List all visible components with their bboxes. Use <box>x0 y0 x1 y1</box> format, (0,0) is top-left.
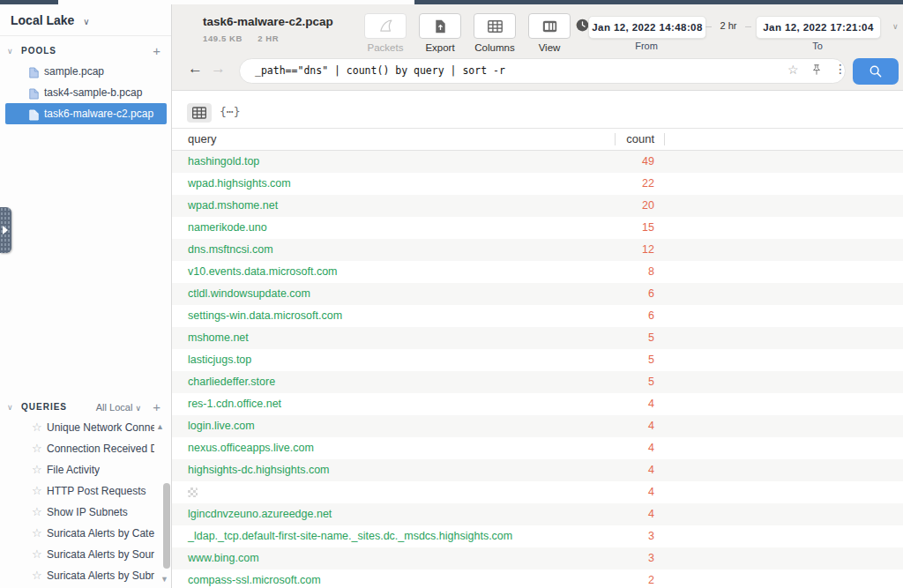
table-row[interactable]: namerikode.uno15 <box>172 217 903 239</box>
packets-button[interactable]: Packets <box>364 13 407 53</box>
star-icon[interactable]: ☆ <box>32 459 42 480</box>
count-cell[interactable]: 2 <box>648 569 654 588</box>
star-icon[interactable]: ☆ <box>32 502 42 523</box>
view-button[interactable]: ∨View <box>528 13 571 53</box>
count-cell[interactable]: 22 <box>642 173 654 195</box>
query-cell[interactable]: nexus.officeapps.live.com <box>188 437 314 459</box>
query-list-item[interactable]: ☆Show IP Subnets <box>0 502 171 523</box>
export-button[interactable]: Export <box>419 13 461 53</box>
query-input[interactable]: _path=="dns" | count() by query | sort -… <box>239 58 846 84</box>
count-cell[interactable]: 5 <box>648 349 654 371</box>
pool-item[interactable]: task4-sample-b.pcap <box>5 82 167 103</box>
star-icon[interactable]: ☆ <box>32 544 42 565</box>
scroll-up-icon[interactable]: ▲ <box>156 422 164 431</box>
table-row[interactable]: dns.msftncsi.com12 <box>172 239 903 261</box>
query-cell[interactable]: ctldl.windowsupdate.com <box>188 283 310 305</box>
count-cell[interactable]: 4 <box>648 393 654 415</box>
table-row[interactable]: hashingold.top49 <box>172 151 903 173</box>
chevron-down-icon[interactable]: ∨ <box>7 398 13 417</box>
forward-button[interactable]: → <box>211 60 226 78</box>
panel-drag-handle[interactable] <box>0 207 11 253</box>
query-list-item[interactable]: ☆HTTP Post Requests <box>0 480 171 502</box>
query-cell[interactable]: hashingold.top <box>188 151 259 173</box>
query-cell[interactable]: v10.events.data.microsoft.com <box>188 261 338 283</box>
lake-selector[interactable]: Local Lake ∨ <box>0 4 171 36</box>
star-icon[interactable]: ☆ <box>787 63 799 77</box>
count-cell[interactable]: 6 <box>648 283 654 305</box>
table-row[interactable]: settings-win.data.microsoft.com6 <box>172 305 903 327</box>
query-list-item[interactable]: ☆Connection Received D... <box>0 438 171 459</box>
query-cell[interactable]: login.live.com <box>188 415 255 437</box>
query-cell[interactable]: mshome.net <box>188 327 249 349</box>
query-cell[interactable]: charliedeffer.store <box>188 371 275 393</box>
chevron-down-icon[interactable]: ∨ <box>7 41 13 61</box>
json-view-tab[interactable]: {⋯} <box>220 105 240 118</box>
scroll-down-icon[interactable]: ▼ <box>160 575 168 584</box>
count-cell[interactable]: 5 <box>648 327 654 349</box>
star-icon[interactable]: ☆ <box>32 417 42 438</box>
count-cell[interactable]: 4 <box>648 481 654 503</box>
table-row[interactable]: mshome.net5 <box>172 327 903 349</box>
query-cell[interactable]: dns.msftncsi.com <box>188 239 273 261</box>
table-row[interactable]: www.bing.com3 <box>172 547 903 569</box>
query-list-item[interactable]: ☆Suricata Alerts by Cate... <box>0 523 171 544</box>
star-icon[interactable]: ☆ <box>32 438 42 459</box>
count-cell[interactable]: 4 <box>648 459 654 481</box>
count-cell[interactable]: 4 <box>648 415 654 437</box>
count-cell[interactable]: 4 <box>648 503 654 525</box>
query-list-item[interactable]: ☆Suricata Alerts by Sour... <box>0 544 171 565</box>
query-cell[interactable]: lgincdnvzeuno.azureedge.net <box>188 503 332 525</box>
add-pool-button[interactable]: + <box>153 41 160 61</box>
from-datetime-input[interactable]: Jan 12, 2022 14:48:08 <box>588 16 706 39</box>
table-row[interactable]: nexus.officeapps.live.com4 <box>172 437 903 459</box>
column-divider[interactable] <box>664 133 665 145</box>
query-cell[interactable]: www.bing.com <box>188 547 259 569</box>
count-cell[interactable]: 4 <box>648 437 654 459</box>
chevron-down-icon[interactable]: ∨ <box>892 22 899 31</box>
count-cell[interactable]: 20 <box>642 195 654 217</box>
query-cell[interactable]: compass-ssl.microsoft.com <box>188 569 321 588</box>
table-row[interactable]: compass-ssl.microsoft.com2 <box>172 569 903 588</box>
count-cell[interactable]: 3 <box>648 547 654 569</box>
table-view-tab[interactable] <box>187 103 212 123</box>
star-icon[interactable]: ☆ <box>32 480 42 502</box>
table-row[interactable]: charliedeffer.store5 <box>172 371 903 393</box>
table-row[interactable]: 4 <box>172 481 903 503</box>
back-button[interactable]: ← <box>188 60 203 78</box>
pin-icon[interactable] <box>810 63 823 76</box>
query-cell[interactable]: wpad.mshome.net <box>188 195 278 217</box>
table-row[interactable]: highsights-dc.highsights.com4 <box>172 459 903 481</box>
table-row[interactable]: res-1.cdn.office.net4 <box>172 393 903 415</box>
table-row[interactable]: lgincdnvzeuno.azureedge.net4 <box>172 503 903 525</box>
table-row[interactable]: login.live.com4 <box>172 415 903 437</box>
queries-scrollbar[interactable] <box>163 483 170 569</box>
star-icon[interactable]: ☆ <box>32 523 42 544</box>
search-button[interactable] <box>853 58 899 85</box>
star-icon[interactable]: ☆ <box>32 565 42 586</box>
count-cell[interactable]: 49 <box>642 151 654 173</box>
count-cell[interactable]: 5 <box>648 371 654 393</box>
count-cell[interactable]: 3 <box>648 525 654 547</box>
query-list-item[interactable]: ☆Unique Network Conne... <box>0 417 171 438</box>
table-row[interactable]: v10.events.data.microsoft.com8 <box>172 261 903 283</box>
query-list-item[interactable]: ☆File Activity <box>0 459 171 480</box>
query-cell[interactable]: highsights-dc.highsights.com <box>188 459 330 481</box>
query-cell[interactable]: lasticjugs.top <box>188 349 251 371</box>
query-cell[interactable]: res-1.cdn.office.net <box>188 393 281 415</box>
count-cell[interactable]: 6 <box>648 305 654 327</box>
table-row[interactable]: lasticjugs.top5 <box>172 349 903 371</box>
query-cell[interactable] <box>188 481 198 505</box>
table-row[interactable]: _ldap._tcp.default-first-site-name._site… <box>172 525 903 547</box>
count-cell[interactable]: 15 <box>642 217 654 239</box>
query-cell[interactable]: wpad.highsights.com <box>188 173 291 195</box>
query-cell[interactable]: settings-win.data.microsoft.com <box>188 305 342 327</box>
clock-icon[interactable] <box>576 19 589 32</box>
table-row[interactable]: wpad.mshome.net20 <box>172 195 903 217</box>
to-datetime-input[interactable]: Jan 12, 2022 17:21:04 <box>756 16 881 39</box>
query-cell[interactable]: _ldap._tcp.default-first-site-name._site… <box>188 525 512 547</box>
pool-item[interactable]: task6-malware-c2.pcap <box>5 103 167 124</box>
column-divider[interactable] <box>615 133 616 145</box>
columns-button[interactable]: Columns <box>474 13 516 53</box>
more-options-icon[interactable]: ⋮ <box>834 62 847 76</box>
query-cell[interactable]: namerikode.uno <box>188 217 267 239</box>
